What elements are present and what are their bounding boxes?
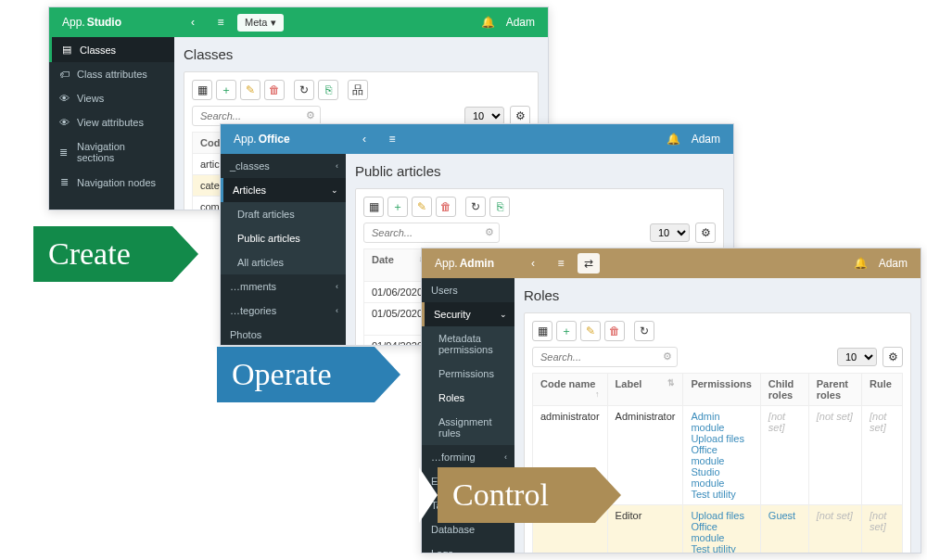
edit-button[interactable]: ✎ (412, 197, 432, 217)
view-button[interactable]: ▦ (363, 197, 384, 217)
sidebar-item-classes[interactable]: ▤Classes (49, 37, 174, 62)
refresh-button[interactable]: ↻ (465, 197, 486, 217)
tree-button[interactable]: 品 (348, 80, 368, 100)
brand: App.Studio (49, 16, 174, 29)
sidebar-item-categories[interactable]: …tegories‹ (221, 299, 346, 323)
delete-button[interactable]: 🗑 (436, 197, 456, 217)
clone-button[interactable]: ⎘ (318, 80, 338, 100)
back-button[interactable]: ‹ (522, 253, 544, 274)
sidebar-item-security[interactable]: Security⌄ (422, 302, 514, 326)
username[interactable]: Adam (692, 133, 720, 146)
tag-icon: 🏷 (58, 69, 70, 80)
refresh-button[interactable]: ↻ (634, 321, 654, 341)
chevron-down-icon: ⌄ (331, 185, 338, 195)
gear-icon[interactable]: ⚙ (485, 226, 494, 238)
col-label[interactable]: Label⇅ (607, 374, 683, 406)
bell-icon[interactable]: 🔔 (854, 257, 868, 270)
add-button[interactable]: ＋ (216, 80, 236, 100)
admin-topbar: App.Admin ‹ ≡ ⇄ 🔔Adam (422, 248, 921, 278)
swap-button[interactable]: ⇄ (578, 253, 600, 274)
list-icon: ▤ (61, 44, 72, 56)
arrow-operate: Operate (217, 347, 375, 402)
view-button[interactable]: ▦ (532, 321, 552, 341)
layers-icon: ≣ (58, 176, 70, 188)
bell-icon[interactable]: 🔔 (481, 16, 495, 29)
sidebar-item-logs[interactable]: Logs (422, 541, 514, 553)
arrow-control: Control (438, 467, 595, 523)
sidebar-item-nav-nodes[interactable]: ≣Navigation nodes (49, 170, 174, 195)
page-title: Public articles (355, 163, 724, 179)
eye-icon: 👁 (58, 117, 70, 128)
delete-button[interactable]: 🗑 (264, 80, 285, 100)
chevron-left-icon: ‹ (336, 161, 338, 171)
bell-icon[interactable]: 🔔 (667, 133, 680, 146)
sidebar-sub-public[interactable]: Public articles (221, 226, 346, 250)
sidebar-item-informing[interactable]: …forming‹ (422, 445, 514, 469)
add-button[interactable]: ＋ (556, 321, 577, 341)
gear-icon[interactable]: ⚙ (663, 350, 672, 363)
office-sidebar: _classes‹ Articles⌄ Draft articles Publi… (221, 154, 346, 345)
brand: App.Admin (422, 257, 514, 270)
search-input[interactable]: ⚙ (532, 347, 678, 367)
page-size[interactable]: 10⚙ (650, 223, 716, 243)
sidebar-item-photos[interactable]: Photos (221, 323, 346, 345)
sidebar-item-classes[interactable]: _classes‹ (221, 154, 346, 178)
sidebar-sub-metaperm[interactable]: Metadata permissions (422, 326, 514, 362)
sidebar-item-users[interactable]: Users (422, 278, 514, 302)
col-child[interactable]: Child roles (760, 374, 808, 406)
roles-table: Code name↑ Label⇅ Permissions Child role… (532, 373, 903, 553)
clone-button[interactable]: ⎘ (489, 197, 510, 217)
office-topbar: App.Office ‹ ≡ 🔔Adam (221, 124, 733, 154)
col-parent[interactable]: Parent roles (808, 374, 861, 406)
sidebar-item-class-attributes[interactable]: 🏷Class attributes (49, 62, 174, 86)
edit-button[interactable]: ✎ (580, 321, 601, 341)
sidebar-item-comments[interactable]: …mments‹ (221, 274, 346, 299)
username[interactable]: Adam (879, 257, 908, 270)
gear-icon[interactable]: ⚙ (883, 347, 903, 367)
page-size[interactable]: 10⚙ (837, 347, 903, 367)
refresh-button[interactable]: ↻ (294, 80, 314, 100)
username[interactable]: Adam (506, 16, 535, 29)
search-input[interactable]: ⚙ (363, 223, 500, 243)
sidebar-item-view-attributes[interactable]: 👁View attributes (49, 110, 174, 134)
sidebar-item-articles[interactable]: Articles⌄ (221, 178, 346, 202)
eye-icon: 👁 (58, 93, 70, 104)
delete-button[interactable]: 🗑 (604, 321, 625, 341)
col-code[interactable]: Code name↑ (533, 374, 608, 406)
gear-icon[interactable]: ⚙ (306, 109, 315, 121)
col-rule[interactable]: Rule (862, 374, 903, 406)
studio-topbar: App.Studio ‹ ≡ Meta▾ 🔔Adam (49, 7, 548, 37)
edit-button[interactable]: ✎ (240, 80, 260, 100)
add-button[interactable]: ＋ (387, 197, 408, 217)
meta-dropdown[interactable]: Meta▾ (237, 14, 284, 32)
sidebar-sub-roles[interactable]: Roles (422, 386, 514, 410)
menu-button[interactable]: ≡ (550, 253, 572, 274)
sidebar-sub-assignment[interactable]: Assignment rules (422, 410, 514, 445)
page-title: Roles (524, 287, 911, 303)
back-button[interactable]: ‹ (353, 129, 375, 149)
menu-button[interactable]: ≡ (210, 12, 232, 32)
caret-down-icon: ▾ (271, 17, 276, 29)
layers-icon: ≣ (58, 146, 70, 159)
view-button[interactable]: ▦ (192, 80, 212, 100)
sidebar-sub-all[interactable]: All articles (221, 250, 346, 274)
studio-sidebar: ▤Classes 🏷Class attributes 👁Views 👁View … (49, 37, 174, 210)
arrow-create: Create (33, 226, 172, 282)
sidebar-sub-permissions[interactable]: Permissions (422, 362, 514, 386)
sidebar-item-views[interactable]: 👁Views (49, 86, 174, 110)
chevron-down-icon: ⌄ (500, 310, 507, 319)
gear-icon[interactable]: ⚙ (695, 223, 716, 243)
sidebar-item-nav-sections[interactable]: ≣Navigation sections (49, 134, 174, 170)
menu-button[interactable]: ≡ (381, 129, 403, 149)
page-title: Classes (184, 46, 539, 62)
brand: App.Office (221, 133, 346, 146)
col-perms[interactable]: Permissions (683, 374, 760, 406)
back-button[interactable]: ‹ (182, 12, 204, 32)
toolbar: ▦ ＋ ✎ 🗑 ↻ ⎘ 品 (192, 80, 530, 100)
sidebar-sub-draft[interactable]: Draft articles (221, 202, 346, 226)
